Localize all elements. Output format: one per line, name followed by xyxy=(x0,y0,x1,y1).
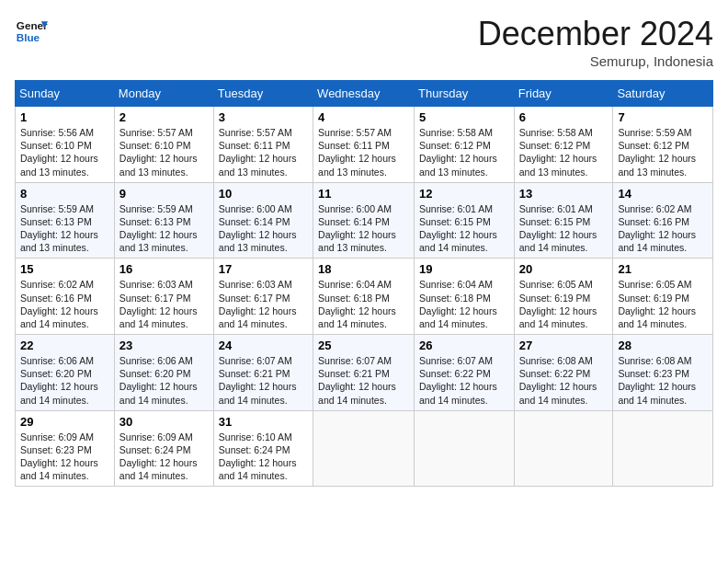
sunset-info: Sunset: 6:20 PM xyxy=(119,368,191,379)
sunrise-info: Sunrise: 6:06 AM xyxy=(119,355,193,366)
daylight-info: Daylight: 12 hours and 13 minutes. xyxy=(219,153,297,177)
sunrise-info: Sunrise: 6:00 AM xyxy=(219,203,292,214)
weekday-header-thursday: Thursday xyxy=(415,81,515,107)
sunset-info: Sunset: 6:17 PM xyxy=(219,293,290,304)
sunrise-info: Sunrise: 5:56 AM xyxy=(20,127,94,138)
sunset-info: Sunset: 6:15 PM xyxy=(519,216,591,227)
day-number: 10 xyxy=(219,187,308,201)
day-number: 15 xyxy=(20,262,109,276)
sunset-info: Sunset: 6:13 PM xyxy=(20,216,92,227)
day-number: 17 xyxy=(219,262,308,276)
day-number: 2 xyxy=(119,110,209,124)
day-number: 5 xyxy=(419,110,509,124)
day-number: 9 xyxy=(119,187,209,201)
sunset-info: Sunset: 6:11 PM xyxy=(219,140,290,151)
sunset-info: Sunset: 6:19 PM xyxy=(519,293,591,304)
weekday-header-tuesday: Tuesday xyxy=(213,81,313,107)
daylight-info: Daylight: 12 hours and 14 minutes. xyxy=(519,305,597,329)
calendar-body: 1 Sunrise: 5:56 AM Sunset: 6:10 PM Dayli… xyxy=(16,107,713,487)
calendar-week-5: 29 Sunrise: 6:09 AM Sunset: 6:23 PM Dayl… xyxy=(16,410,713,487)
calendar-cell: 19 Sunrise: 6:04 AM Sunset: 6:18 PM Dayl… xyxy=(415,259,515,335)
calendar-cell: 26 Sunrise: 6:07 AM Sunset: 6:22 PM Dayl… xyxy=(415,335,515,411)
calendar-cell xyxy=(514,410,613,487)
calendar-week-3: 15 Sunrise: 6:02 AM Sunset: 6:16 PM Dayl… xyxy=(16,259,713,335)
daylight-info: Daylight: 12 hours and 14 minutes. xyxy=(119,381,198,405)
daylight-info: Daylight: 12 hours and 13 minutes. xyxy=(119,153,198,177)
sunrise-info: Sunrise: 6:09 AM xyxy=(119,431,193,442)
sunrise-info: Sunrise: 5:59 AM xyxy=(20,203,94,214)
sunset-info: Sunset: 6:10 PM xyxy=(20,140,92,151)
sunset-info: Sunset: 6:15 PM xyxy=(419,216,491,227)
daylight-info: Daylight: 12 hours and 13 minutes. xyxy=(20,153,98,177)
daylight-info: Daylight: 12 hours and 13 minutes. xyxy=(519,153,597,177)
sunrise-info: Sunrise: 6:01 AM xyxy=(519,203,593,214)
sunset-info: Sunset: 6:20 PM xyxy=(20,368,92,379)
sunrise-info: Sunrise: 6:02 AM xyxy=(618,203,691,214)
sunset-info: Sunset: 6:22 PM xyxy=(419,368,491,379)
day-number: 1 xyxy=(20,110,109,124)
calendar-cell: 2 Sunrise: 5:57 AM Sunset: 6:10 PM Dayli… xyxy=(114,107,213,183)
calendar-cell: 6 Sunrise: 5:58 AM Sunset: 6:12 PM Dayli… xyxy=(514,107,613,183)
day-number: 28 xyxy=(618,339,708,352)
daylight-info: Daylight: 12 hours and 14 minutes. xyxy=(20,381,98,405)
day-number: 30 xyxy=(119,415,209,429)
weekday-header-monday: Monday xyxy=(114,81,213,107)
calendar-cell: 14 Sunrise: 6:02 AM Sunset: 6:16 PM Dayl… xyxy=(613,182,713,259)
daylight-info: Daylight: 12 hours and 13 minutes. xyxy=(618,153,696,177)
day-number: 29 xyxy=(20,415,109,429)
sunrise-info: Sunrise: 6:01 AM xyxy=(419,203,493,214)
calendar-cell: 7 Sunrise: 5:59 AM Sunset: 6:12 PM Dayli… xyxy=(613,107,713,183)
calendar-cell: 28 Sunrise: 6:08 AM Sunset: 6:23 PM Dayl… xyxy=(613,335,713,411)
calendar-cell: 30 Sunrise: 6:09 AM Sunset: 6:24 PM Dayl… xyxy=(114,410,213,487)
calendar-cell: 10 Sunrise: 6:00 AM Sunset: 6:14 PM Dayl… xyxy=(213,182,313,259)
weekday-header-sunday: Sunday xyxy=(16,81,115,107)
daylight-info: Daylight: 12 hours and 14 minutes. xyxy=(20,305,98,329)
day-number: 14 xyxy=(618,187,708,201)
weekday-header-wednesday: Wednesday xyxy=(313,81,415,107)
sunrise-info: Sunrise: 6:00 AM xyxy=(318,203,392,214)
daylight-info: Daylight: 12 hours and 14 minutes. xyxy=(119,457,198,481)
calendar-week-2: 8 Sunrise: 5:59 AM Sunset: 6:13 PM Dayli… xyxy=(16,182,713,259)
day-number: 23 xyxy=(119,339,209,352)
day-number: 16 xyxy=(119,262,209,276)
day-number: 6 xyxy=(519,110,609,124)
sunrise-info: Sunrise: 6:07 AM xyxy=(419,355,493,366)
day-number: 3 xyxy=(219,110,308,124)
day-number: 27 xyxy=(519,339,609,352)
calendar-header-row: SundayMondayTuesdayWednesdayThursdayFrid… xyxy=(16,81,713,107)
sunset-info: Sunset: 6:16 PM xyxy=(20,293,92,304)
sunrise-info: Sunrise: 6:08 AM xyxy=(519,355,593,366)
calendar-cell: 20 Sunrise: 6:05 AM Sunset: 6:19 PM Dayl… xyxy=(514,259,613,335)
sunrise-info: Sunrise: 6:05 AM xyxy=(519,279,593,290)
calendar-table: SundayMondayTuesdayWednesdayThursdayFrid… xyxy=(15,80,713,487)
day-number: 12 xyxy=(419,187,509,201)
daylight-info: Daylight: 12 hours and 14 minutes. xyxy=(20,457,98,481)
sunrise-info: Sunrise: 5:57 AM xyxy=(119,127,193,138)
calendar-cell: 3 Sunrise: 5:57 AM Sunset: 6:11 PM Dayli… xyxy=(213,107,313,183)
sunset-info: Sunset: 6:12 PM xyxy=(618,140,689,151)
day-number: 7 xyxy=(618,110,708,124)
calendar-week-4: 22 Sunrise: 6:06 AM Sunset: 6:20 PM Dayl… xyxy=(16,335,713,411)
sunrise-info: Sunrise: 6:07 AM xyxy=(219,355,292,366)
daylight-info: Daylight: 12 hours and 14 minutes. xyxy=(318,305,396,329)
title-block: December 2024 Semurup, Indonesia xyxy=(478,15,713,69)
sunset-info: Sunset: 6:18 PM xyxy=(419,293,491,304)
sunset-info: Sunset: 6:12 PM xyxy=(519,140,591,151)
daylight-info: Daylight: 12 hours and 14 minutes. xyxy=(519,229,597,253)
svg-text:Blue: Blue xyxy=(17,31,40,43)
sunset-info: Sunset: 6:19 PM xyxy=(618,293,689,304)
sunset-info: Sunset: 6:21 PM xyxy=(318,368,390,379)
daylight-info: Daylight: 12 hours and 14 minutes. xyxy=(618,229,696,253)
daylight-info: Daylight: 12 hours and 13 minutes. xyxy=(318,229,396,253)
sunset-info: Sunset: 6:24 PM xyxy=(119,444,191,455)
svg-text:General: General xyxy=(17,19,48,31)
sunset-info: Sunset: 6:12 PM xyxy=(419,140,491,151)
sunset-info: Sunset: 6:13 PM xyxy=(119,216,191,227)
daylight-info: Daylight: 12 hours and 14 minutes. xyxy=(219,457,297,481)
daylight-info: Daylight: 12 hours and 14 minutes. xyxy=(519,381,597,405)
daylight-info: Daylight: 12 hours and 13 minutes. xyxy=(419,153,497,177)
sunrise-info: Sunrise: 6:03 AM xyxy=(119,279,193,290)
sunset-info: Sunset: 6:22 PM xyxy=(519,368,591,379)
daylight-info: Daylight: 12 hours and 14 minutes. xyxy=(618,305,696,329)
daylight-info: Daylight: 12 hours and 13 minutes. xyxy=(119,229,198,253)
